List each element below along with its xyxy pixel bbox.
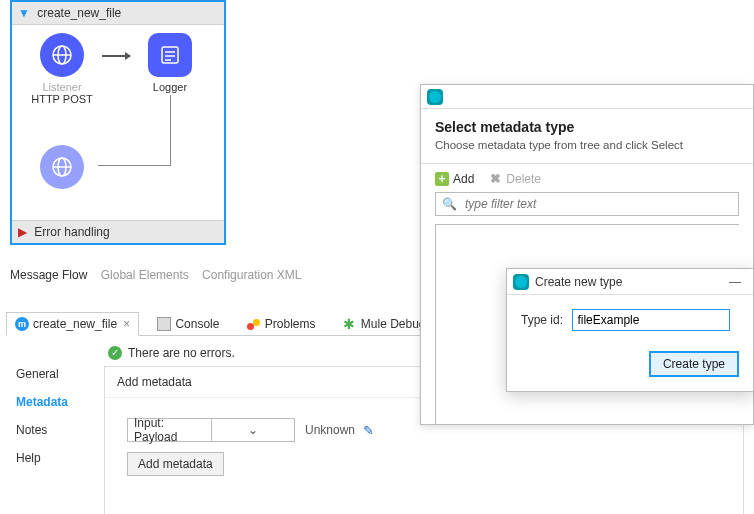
editor-tab-label: Mule Debug [361, 317, 426, 331]
close-icon[interactable]: × [123, 317, 130, 331]
error-handling-label: Error handling [34, 225, 109, 239]
sidenav-help[interactable]: Help [14, 444, 102, 472]
dialog-toolbar: + Add ✖ Delete [421, 163, 753, 192]
typeid-input[interactable] [572, 309, 730, 331]
flow-body[interactable]: Listener HTTP POST Logger [12, 25, 224, 220]
canvas-subtabs: Message Flow Global Elements Configurati… [10, 268, 312, 282]
node-label1: Logger [130, 81, 210, 93]
app-icon [427, 89, 443, 105]
dialog-titlebar[interactable]: Create new type — [507, 269, 753, 295]
node-listener[interactable]: Listener HTTP POST [22, 33, 102, 105]
minimize-icon[interactable]: — [723, 275, 747, 289]
add-label: Add [453, 172, 474, 186]
expand-icon: ▶ [18, 225, 27, 239]
search-icon: 🔍 [442, 197, 457, 211]
properties-sidenav: General Metadata Notes Help [14, 360, 102, 472]
tab-global-elements[interactable]: Global Elements [101, 268, 189, 282]
plus-icon: + [435, 172, 449, 186]
dialog-subheading: Choose metadata type from tree and click… [435, 139, 739, 151]
input-payload-dropdown[interactable]: Input: Payload ⌄ [127, 418, 295, 442]
flow-name: create_new_file [37, 6, 121, 20]
dropdown-label: Input: Payload [128, 416, 211, 444]
dialog-title: Create new type [535, 275, 622, 289]
editor-tab-label: Problems [265, 317, 316, 331]
problems-icon [247, 317, 261, 331]
flow-header[interactable]: ▼ create_new_file [12, 2, 224, 25]
sidenav-notes[interactable]: Notes [14, 416, 102, 444]
collapse-icon: ▼ [18, 6, 30, 20]
globe-icon [40, 145, 84, 189]
flow-canvas: ▼ create_new_file Listener HTTP POST Log… [10, 0, 226, 245]
node-label1: Listener [22, 81, 102, 93]
console-icon [157, 317, 171, 331]
payload-type-label: Unknown [305, 423, 355, 437]
dialog-titlebar[interactable] [421, 85, 753, 109]
create-new-type-dialog: Create new type — Type id: Create type [506, 268, 754, 392]
status-bar: ✓ There are no errors. [108, 346, 235, 360]
mule-file-icon: m [15, 317, 29, 331]
status-text: There are no errors. [128, 346, 235, 360]
connector-line [98, 165, 171, 166]
editor-tab-problems[interactable]: Problems [238, 312, 325, 336]
chevron-down-icon: ⌄ [211, 419, 295, 441]
editor-tab-file[interactable]: m create_new_file × [6, 312, 139, 336]
error-handling-section[interactable]: ▶ Error handling [12, 220, 224, 243]
delete-button: ✖ Delete [488, 172, 541, 186]
editor-tab-label: Console [175, 317, 219, 331]
dialog-heading: Select metadata type [435, 119, 739, 135]
connector-line [170, 95, 171, 165]
sidenav-metadata[interactable]: Metadata [14, 388, 102, 416]
log-icon [148, 33, 192, 77]
create-type-button[interactable]: Create type [649, 351, 739, 377]
edit-icon[interactable]: ✎ [363, 423, 374, 438]
globe-icon [40, 33, 84, 77]
add-metadata-button[interactable]: Add metadata [127, 452, 224, 476]
editor-tab-console[interactable]: Console [148, 312, 228, 336]
sidenav-general[interactable]: General [14, 360, 102, 388]
typeid-label: Type id: [521, 313, 563, 327]
ok-icon: ✓ [108, 346, 122, 360]
add-button[interactable]: + Add [435, 172, 474, 186]
node-label2: HTTP POST [22, 93, 102, 105]
tab-config-xml[interactable]: Configuration XML [202, 268, 301, 282]
arrow-icon [102, 55, 130, 57]
app-icon [513, 274, 529, 290]
filter-input-wrap[interactable]: 🔍 [435, 192, 739, 216]
node-logger[interactable]: Logger [130, 33, 210, 93]
delete-icon: ✖ [488, 172, 502, 186]
delete-label: Delete [506, 172, 541, 186]
mule-debug-icon: ✱ [343, 317, 357, 331]
tab-message-flow[interactable]: Message Flow [10, 268, 87, 282]
filter-input[interactable] [463, 196, 732, 212]
editor-tab-label: create_new_file [33, 317, 117, 331]
node-error[interactable] [22, 145, 102, 193]
